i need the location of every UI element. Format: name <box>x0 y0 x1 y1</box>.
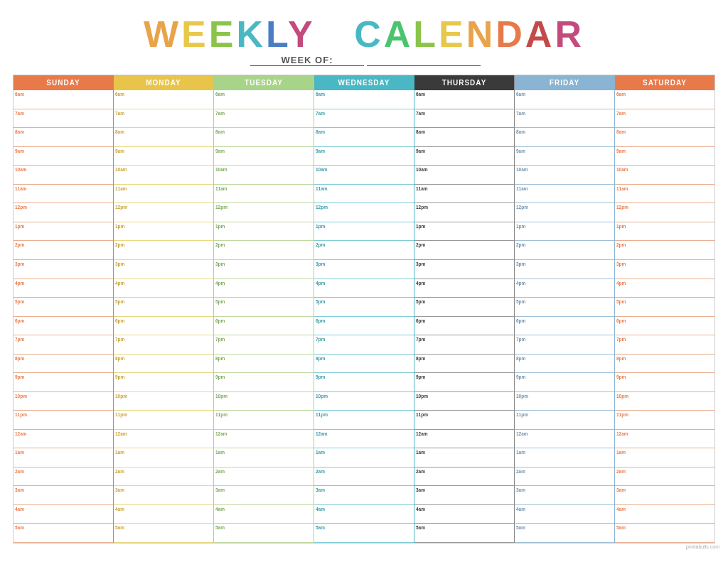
time-slot: 7am <box>515 109 614 129</box>
time-label: 11pm <box>114 411 129 417</box>
time-label: 11pm <box>414 411 430 417</box>
time-label: 4am <box>14 505 29 512</box>
time-label: 8pm <box>515 355 530 361</box>
time-slot: 8am <box>314 128 414 147</box>
time-slot: 11pm <box>314 411 414 430</box>
time-slot: 2am <box>214 468 314 487</box>
time-slot: 10pm <box>314 392 414 411</box>
time-slot: 2pm <box>515 241 614 260</box>
time-label: 1pm <box>615 222 631 229</box>
time-label: 8am <box>414 128 430 134</box>
time-slot: 3pm <box>615 260 714 279</box>
time-label: 5am <box>14 524 29 530</box>
time-label: 4pm <box>515 279 530 286</box>
time-label: 10am <box>114 166 129 172</box>
time-slot: 5am <box>414 524 514 543</box>
time-label: 2am <box>214 468 230 474</box>
time-slot: 8am <box>14 128 113 147</box>
time-slot: 8pm <box>14 355 113 374</box>
time-slot: 9am <box>414 147 514 166</box>
time-label: 7pm <box>414 335 430 342</box>
time-slot: 11am <box>114 185 213 204</box>
time-label: 7am <box>515 109 530 116</box>
day-header-sunday: SUNDAY <box>14 75 113 90</box>
time-slot: 9am <box>214 147 314 166</box>
time-label: 7pm <box>515 335 530 342</box>
time-label: 1am <box>14 448 29 455</box>
time-slot: 7pm <box>114 335 213 355</box>
time-slot: 7pm <box>214 335 314 355</box>
time-label: 10am <box>314 166 330 172</box>
time-label: 1am <box>515 448 530 455</box>
time-label: 9am <box>214 147 230 153</box>
time-label: 10pm <box>14 392 29 399</box>
time-label: 12pm <box>615 203 631 210</box>
time-label: 3am <box>515 486 530 492</box>
time-label: 12am <box>515 430 530 436</box>
time-label: 9pm <box>14 373 29 379</box>
time-slot: 12pm <box>114 203 213 222</box>
time-label: 4pm <box>615 279 631 286</box>
time-slot: 4am <box>615 505 714 524</box>
time-slot: 1am <box>414 448 514 468</box>
time-slot: 4pm <box>314 279 414 298</box>
time-slot: 11am <box>515 185 614 204</box>
time-slot: 5am <box>615 524 714 543</box>
day-col-sunday: SUNDAY6am7am8am9am10am11am12pm1pm2pm3pm4… <box>14 75 114 543</box>
time-label: 3am <box>14 486 29 492</box>
time-slot: 4am <box>414 505 514 524</box>
time-slot: 9am <box>314 147 414 166</box>
time-slot: 7pm <box>314 335 414 355</box>
time-label: 9am <box>414 147 430 153</box>
time-label: 2am <box>615 468 631 474</box>
time-slot: 2am <box>14 468 113 487</box>
time-slot: 8pm <box>314 355 414 374</box>
time-slot: 8pm <box>515 355 614 374</box>
time-slot: 3am <box>14 486 113 505</box>
time-label: 2am <box>414 468 430 474</box>
time-slots-monday: 6am7am8am9am10am11am12pm1pm2pm3pm4pm5pm6… <box>114 90 213 543</box>
time-slot: 10pm <box>114 392 213 411</box>
time-label: 12am <box>615 430 631 436</box>
time-slot: 10am <box>515 166 614 185</box>
time-slot: 10am <box>214 166 314 185</box>
time-label: 7am <box>414 109 430 116</box>
time-slot: 9pm <box>414 373 514 392</box>
time-label: 11pm <box>314 411 330 417</box>
time-label: 5pm <box>615 298 631 304</box>
time-label: 5pm <box>414 298 430 304</box>
time-label: 5am <box>214 524 230 530</box>
time-label: 1pm <box>314 222 330 229</box>
time-slot: 12am <box>615 430 714 449</box>
time-label: 6am <box>14 90 29 97</box>
time-label: 10pm <box>214 392 230 399</box>
time-slot: 2am <box>414 468 514 487</box>
time-label: 12pm <box>515 203 530 210</box>
time-slot: 12pm <box>14 203 113 222</box>
time-slot: 5am <box>14 524 113 543</box>
time-label: 11am <box>314 185 330 191</box>
time-label: 7am <box>114 109 129 116</box>
day-header-monday: MONDAY <box>114 75 213 90</box>
time-slot: 1pm <box>214 222 314 242</box>
time-slot: 6pm <box>615 317 714 336</box>
time-label: 2pm <box>314 241 330 247</box>
time-label: 9am <box>314 147 330 153</box>
time-slot: 6am <box>314 90 414 109</box>
time-slot: 12pm <box>615 203 714 222</box>
time-slot: 6pm <box>14 317 113 336</box>
time-label: 9am <box>515 147 530 153</box>
time-label: 1pm <box>515 222 530 229</box>
time-slot: 1pm <box>314 222 414 242</box>
time-label: 9pm <box>114 373 129 379</box>
day-col-tuesday: TUESDAY6am7am8am9am10am11am12pm1pm2pm3pm… <box>214 75 314 543</box>
time-slot: 12am <box>114 430 213 449</box>
time-slots-saturday: 6am7am8am9am10am11am12pm1pm2pm3pm4pm5pm6… <box>615 90 714 543</box>
time-slot: 3am <box>214 486 314 505</box>
time-label: 8am <box>314 128 330 134</box>
time-label: 2pm <box>414 241 430 247</box>
time-label: 9pm <box>615 373 631 379</box>
time-label: 6pm <box>214 317 230 323</box>
time-slot: 3pm <box>314 260 414 279</box>
time-slot: 9pm <box>515 373 614 392</box>
